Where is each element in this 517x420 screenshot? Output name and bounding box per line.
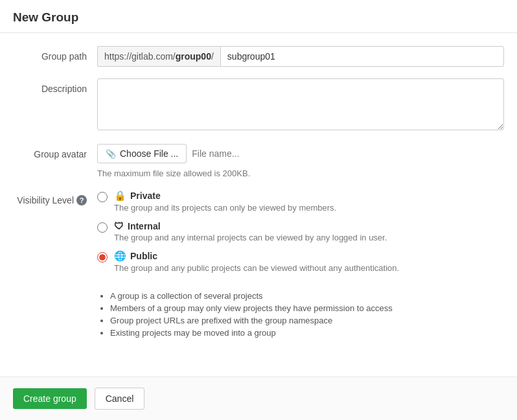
group-path-row: Group path https://gitlab.com/group00/ — [13, 46, 504, 67]
group-path-prefix-bold: group00 — [176, 51, 211, 62]
visibility-title-public: 🌐 Public — [114, 250, 399, 262]
description-row: Description — [13, 78, 504, 132]
avatar-row: 📎 Choose File ... File name... — [97, 144, 504, 163]
visibility-radio-private[interactable] — [97, 192, 108, 202]
group-path-label: Group path — [13, 46, 97, 62]
choose-file-button[interactable]: 📎 Choose File ... — [97, 144, 187, 163]
visibility-radio-internal[interactable] — [97, 222, 108, 233]
info-list-item-1: A group is a collection of several proje… — [110, 291, 504, 301]
visibility-option-public: 🌐 Public The group and any public projec… — [97, 250, 504, 273]
visibility-label-internal: Internal — [128, 221, 161, 231]
page-title: New Group — [13, 10, 504, 25]
create-group-button[interactable]: Create group — [13, 388, 87, 409]
visibility-desc-public: The group and any public projects can be… — [114, 263, 399, 273]
group-path-input-group: https://gitlab.com/group00/ — [97, 46, 504, 67]
description-control — [97, 78, 504, 132]
info-list-item-2: Members of a group may only view project… — [110, 303, 504, 313]
description-label: Description — [13, 78, 97, 94]
visibility-content-public: 🌐 Public The group and any public projec… — [114, 250, 399, 273]
visibility-section: 🔒 Private The group and its projects can… — [97, 190, 504, 340]
info-list-item-3: Group project URLs are prefixed with the… — [110, 316, 504, 325]
paperclip-icon: 📎 — [106, 149, 116, 159]
visibility-label-public: Public — [130, 251, 157, 261]
visibility-help-icon[interactable]: ? — [76, 195, 87, 205]
description-textarea[interactable] — [97, 78, 504, 130]
group-path-prefix: https://gitlab.com/group00/ — [97, 46, 220, 67]
visibility-option-private: 🔒 Private The group and its projects can… — [97, 190, 504, 213]
page-container: New Group Group path https://gitlab.com/… — [0, 0, 517, 420]
file-name-text: File name... — [192, 148, 239, 159]
file-size-note: The maximum file size allowed is 200KB. — [97, 169, 504, 178]
visibility-content-internal: 🛡 Internal The group and any internal pr… — [114, 220, 387, 242]
label-with-help: Visibility Level ? — [13, 195, 87, 205]
visibility-label-text: Visibility Level — [17, 195, 74, 205]
shield-icon: 🛡 — [114, 220, 124, 231]
group-path-input[interactable] — [220, 46, 504, 67]
group-avatar-row: Group avatar 📎 Choose File ... File name… — [13, 144, 504, 178]
visibility-content-private: 🔒 Private The group and its projects can… — [114, 190, 336, 213]
form-body: Group path https://gitlab.com/group00/ D… — [0, 33, 517, 377]
visibility-level-control: 🔒 Private The group and its projects can… — [97, 190, 504, 340]
visibility-level-row: Visibility Level ? 🔒 Private The — [13, 190, 504, 340]
lock-icon: 🔒 — [114, 190, 126, 202]
avatar-section: 📎 Choose File ... File name... The maxim… — [97, 144, 504, 178]
group-path-control: https://gitlab.com/group00/ — [97, 46, 504, 67]
page-header: New Group — [0, 0, 517, 33]
group-avatar-control: 📎 Choose File ... File name... The maxim… — [97, 144, 504, 178]
visibility-title-internal: 🛡 Internal — [114, 220, 387, 231]
visibility-title-private: 🔒 Private — [114, 190, 336, 202]
visibility-label-private: Private — [130, 191, 161, 201]
visibility-radio-public[interactable] — [97, 252, 108, 262]
cancel-button[interactable]: Cancel — [95, 388, 145, 410]
visibility-level-label: Visibility Level ? — [13, 190, 97, 205]
info-list-item-4: Existing projects may be moved into a gr… — [110, 328, 504, 338]
form-footer: Create group Cancel — [0, 377, 517, 420]
visibility-option-internal: 🛡 Internal The group and any internal pr… — [97, 220, 504, 242]
info-list: A group is a collection of several proje… — [97, 291, 504, 340]
group-avatar-label: Group avatar — [13, 144, 97, 159]
visibility-desc-private: The group and its projects can only be v… — [114, 203, 336, 213]
visibility-desc-internal: The group and any internal projects can … — [114, 233, 387, 242]
globe-icon: 🌐 — [114, 250, 126, 262]
choose-file-label: Choose File ... — [120, 148, 178, 159]
